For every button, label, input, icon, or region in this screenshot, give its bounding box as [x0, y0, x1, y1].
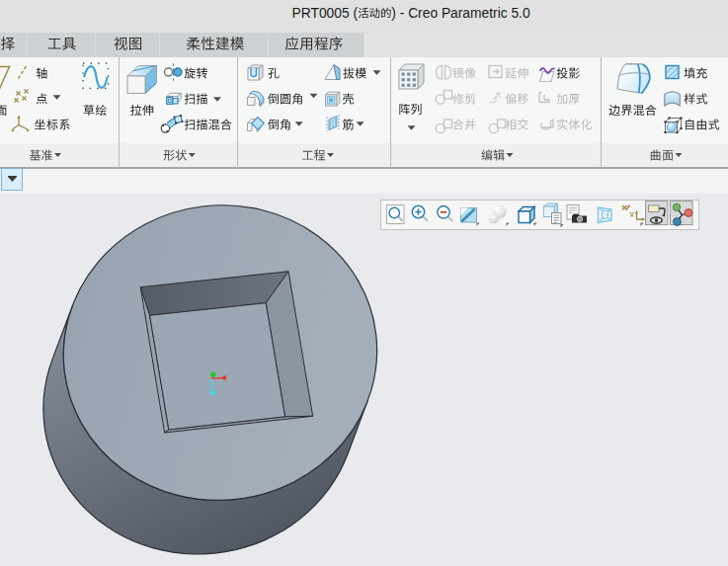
svg-text:PRT0005 (: PRT0005 ( [292, 6, 359, 21]
svg-text:) - Creo Parametric 5.0: ) - Creo Parametric 5.0 [391, 6, 530, 21]
